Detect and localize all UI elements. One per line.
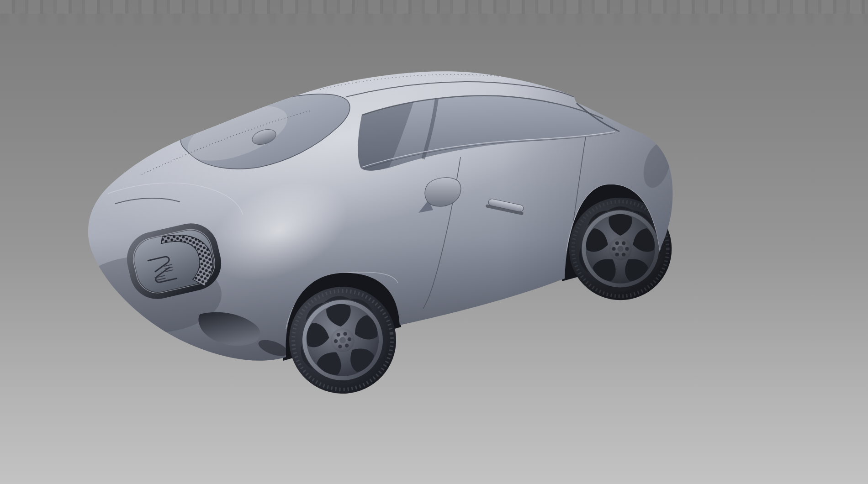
cad-3d-viewport[interactable]: [0, 0, 868, 484]
car-3d-model[interactable]: [68, 0, 678, 411]
bumper-corner-crease: [110, 292, 115, 327]
car-render-layer: [0, 0, 868, 484]
